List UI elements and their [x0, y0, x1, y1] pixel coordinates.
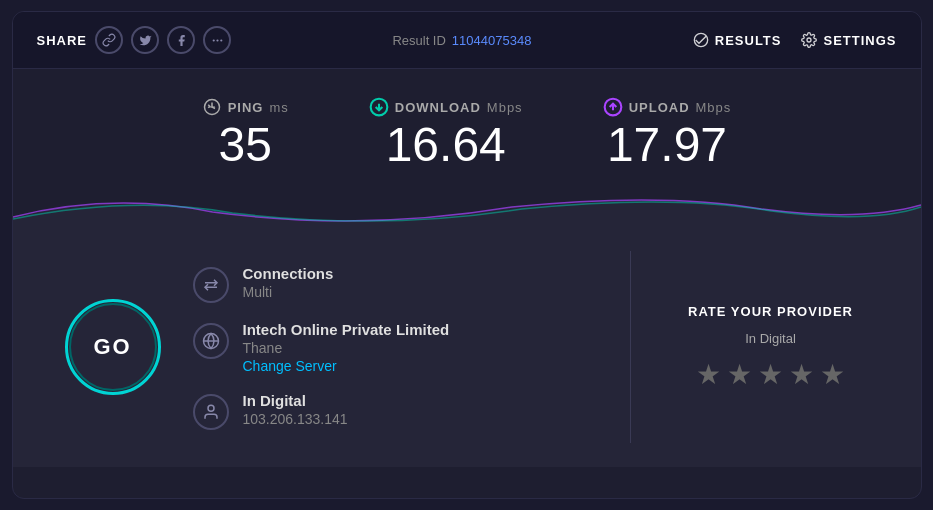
isp-text: Intech Online Private Limited Thane Chan…	[243, 321, 450, 374]
link-icon[interactable]	[95, 26, 123, 54]
share-label: SHARE	[37, 33, 88, 48]
user-row: In Digital 103.206.133.141	[193, 392, 600, 430]
facebook-icon[interactable]	[167, 26, 195, 54]
twitter-icon[interactable]	[131, 26, 159, 54]
change-server-link[interactable]: Change Server	[243, 358, 450, 374]
go-button-wrapper: GO	[53, 251, 173, 443]
header-left: SHARE	[37, 26, 232, 54]
settings-button[interactable]: SETTINGS	[801, 32, 896, 48]
result-prefix: Result ID	[392, 33, 445, 48]
svg-point-4	[807, 38, 811, 42]
stats-section: PING ms 35 DOWNLOAD Mbps 16.64	[13, 69, 921, 187]
rate-section: RATE YOUR PROVIDER In Digital ★ ★ ★ ★ ★	[661, 251, 881, 443]
stars-container: ★ ★ ★ ★ ★	[696, 358, 845, 391]
user-ip: 103.206.133.141	[243, 411, 348, 427]
svg-point-1	[216, 39, 218, 41]
rate-title: RATE YOUR PROVIDER	[688, 304, 853, 319]
speedtest-container: SHARE	[12, 11, 922, 499]
rate-provider: In Digital	[745, 331, 796, 346]
user-text: In Digital 103.206.133.141	[243, 392, 348, 427]
isp-location: Thane	[243, 340, 450, 356]
ping-label: PING ms	[202, 97, 289, 117]
wave-decoration	[13, 187, 921, 227]
svg-point-14	[208, 405, 214, 411]
upload-label: UPLOAD Mbps	[603, 97, 732, 117]
star-1[interactable]: ★	[696, 358, 721, 391]
upload-stat: UPLOAD Mbps 17.97	[603, 97, 732, 169]
star-3[interactable]: ★	[758, 358, 783, 391]
results-button[interactable]: RESULTS	[693, 32, 782, 48]
star-4[interactable]: ★	[789, 358, 814, 391]
connections-icon	[193, 267, 229, 303]
svg-point-0	[212, 39, 214, 41]
user-label: In Digital	[243, 392, 348, 409]
isp-name: Intech Online Private Limited	[243, 321, 450, 338]
upload-label-text: UPLOAD	[629, 100, 690, 115]
star-5[interactable]: ★	[820, 358, 845, 391]
connections-row: Connections Multi	[193, 265, 600, 303]
isp-icon	[193, 323, 229, 359]
info-section: Connections Multi Intech Online Private …	[193, 251, 600, 443]
ping-unit: ms	[269, 100, 288, 115]
ping-stat: PING ms 35	[202, 97, 289, 169]
download-unit: Mbps	[487, 100, 523, 115]
vertical-divider	[630, 251, 631, 443]
more-icon[interactable]	[203, 26, 231, 54]
ping-label-text: PING	[228, 100, 264, 115]
upload-unit: Mbps	[696, 100, 732, 115]
connections-value: Multi	[243, 284, 334, 300]
go-button-label: GO	[93, 334, 131, 360]
download-label: DOWNLOAD Mbps	[369, 97, 523, 117]
user-icon	[193, 394, 229, 430]
connections-text: Connections Multi	[243, 265, 334, 300]
result-id-section: Result ID 11044075348	[392, 33, 531, 48]
header: SHARE	[13, 12, 921, 69]
download-stat: DOWNLOAD Mbps 16.64	[369, 97, 523, 169]
go-button[interactable]: GO	[65, 299, 161, 395]
ping-value: 35	[219, 121, 272, 169]
header-right: RESULTS SETTINGS	[693, 32, 897, 48]
connections-label: Connections	[243, 265, 334, 282]
ping-icon	[202, 97, 222, 117]
results-label: RESULTS	[715, 33, 782, 48]
svg-point-2	[220, 39, 222, 41]
isp-row: Intech Online Private Limited Thane Chan…	[193, 321, 600, 374]
download-value: 16.64	[386, 121, 506, 169]
download-icon	[369, 97, 389, 117]
star-2[interactable]: ★	[727, 358, 752, 391]
result-id: 11044075348	[452, 33, 532, 48]
upload-icon	[603, 97, 623, 117]
settings-label: SETTINGS	[823, 33, 896, 48]
download-label-text: DOWNLOAD	[395, 100, 481, 115]
main-content: GO Connections Multi	[13, 227, 921, 467]
upload-value: 17.97	[607, 121, 727, 169]
